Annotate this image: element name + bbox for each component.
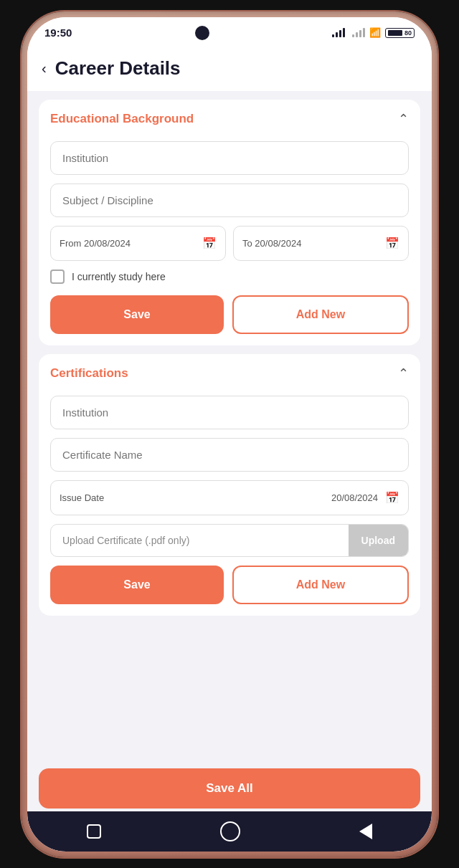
nav-square-button[interactable] [87,824,101,839]
edu-from-date-text: From 20/08/2024 [60,238,131,249]
edu-date-row: From 20/08/2024 📅 To 20/08/2024 📅 [50,226,409,261]
bottom-nav [27,811,432,852]
edu-save-button[interactable]: Save [50,295,224,334]
cert-save-button[interactable]: Save [50,566,224,604]
edu-subject-input[interactable] [50,183,409,217]
certifications-title: Certifications [50,366,128,381]
certifications-section: Certifications ⌃ Issue Date 20/08/2024 📅 [39,354,420,616]
battery-icon: 80 [385,28,415,38]
nav-back-button[interactable] [359,824,372,839]
cert-issue-date-value: 20/08/2024 [104,492,378,503]
cert-institution-input[interactable] [50,396,409,429]
page-header: ‹ Career Details [27,49,432,91]
cert-btn-row: Save Add New [50,566,409,604]
edu-btn-row: Save Add New [50,295,409,334]
calendar-to-icon: 📅 [385,237,399,250]
save-all-bar: Save All [39,768,420,809]
cert-upload-button[interactable]: Upload [349,525,408,556]
save-all-button[interactable]: Save All [39,768,420,809]
edu-add-new-button[interactable]: Add New [232,295,409,334]
phone-screen: 19:50 📶 80 [27,17,432,852]
chevron-up-icon[interactable]: ⌃ [398,111,409,127]
status-bar: 19:50 📶 80 [27,17,432,49]
edu-institution-group [50,141,409,175]
edu-subject-group [50,183,409,217]
cert-upload-field: Upload Certificate (.pdf only) Upload [50,524,409,557]
cert-issue-date-group: Issue Date 20/08/2024 📅 [50,480,409,515]
phone-frame: 19:50 📶 80 [22,11,437,857]
calendar-from-icon: 📅 [202,237,217,250]
status-icons: 📶 80 [332,27,415,38]
signal-bars-2 [352,28,365,37]
edu-from-date[interactable]: From 20/08/2024 📅 [50,226,226,261]
educational-background-section: Educational Background ⌃ From 20/08/2024… [39,100,420,345]
scroll-content: Educational Background ⌃ From 20/08/2024… [27,91,432,852]
cert-add-new-button[interactable]: Add New [232,566,409,604]
cert-chevron-up-icon[interactable]: ⌃ [398,366,409,381]
status-time: 19:50 [44,27,72,39]
edu-to-date[interactable]: To 20/08/2024 📅 [233,226,409,261]
cert-issue-date[interactable]: Issue Date 20/08/2024 📅 [50,480,409,515]
cert-name-input[interactable] [50,438,409,472]
edu-checkbox-row: I currently study here [50,270,409,284]
educational-background-header: Educational Background ⌃ [50,111,409,127]
page-title: Career Details [55,57,181,80]
edu-institution-input[interactable] [50,141,409,175]
edu-study-here-checkbox[interactable] [50,270,65,284]
wifi-icon: 📶 [369,27,381,38]
certifications-header: Certifications ⌃ [50,366,409,381]
cert-issue-date-label: Issue Date [60,492,104,503]
cert-calendar-icon: 📅 [385,491,399,505]
cert-institution-group [50,396,409,429]
educational-background-title: Educational Background [50,112,194,126]
edu-to-date-text: To 20/08/2024 [242,238,301,249]
cert-name-group [50,438,409,472]
camera-notch [195,26,209,40]
signal-bars-1 [332,28,345,37]
cert-upload-text: Upload Certificate (.pdf only) [51,525,349,556]
nav-home-button[interactable] [220,821,240,841]
edu-study-here-label: I currently study here [72,271,166,282]
back-button[interactable]: ‹ [42,60,47,77]
